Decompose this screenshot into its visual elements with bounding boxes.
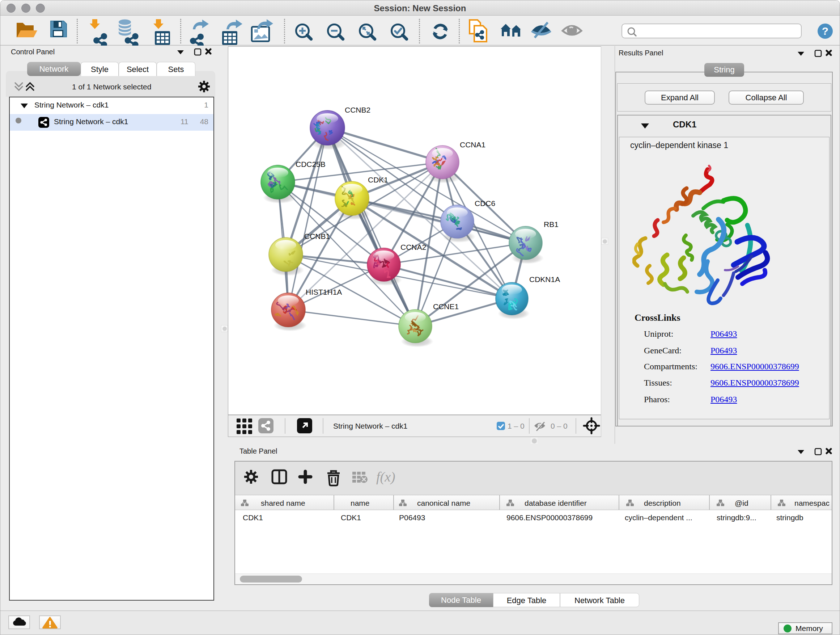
svg-text:CDC25B: CDC25B bbox=[295, 160, 325, 168]
svg-text:CDK1: CDK1 bbox=[368, 176, 388, 184]
svg-text:P06493: P06493 bbox=[399, 513, 425, 522]
svg-text:1 – 0: 1 – 0 bbox=[508, 422, 524, 430]
svg-text:CCNE1: CCNE1 bbox=[433, 302, 459, 310]
svg-text:cyclin–dependent ...: cyclin–dependent ... bbox=[625, 513, 692, 522]
svg-text:String Network – cdk1: String Network – cdk1 bbox=[333, 422, 407, 430]
svg-text:@id: @id bbox=[735, 499, 748, 507]
svg-text:namespac: namespac bbox=[794, 499, 829, 507]
svg-text:CDKN1A: CDKN1A bbox=[529, 275, 560, 283]
svg-text:?: ? bbox=[822, 25, 829, 37]
svg-text:stringdb:9...: stringdb:9... bbox=[717, 513, 756, 522]
svg-text:CCNA2: CCNA2 bbox=[401, 243, 426, 251]
svg-text:database identifier: database identifier bbox=[524, 499, 587, 507]
svg-text:RB1: RB1 bbox=[544, 220, 559, 228]
svg-text:canonical name: canonical name bbox=[417, 499, 470, 507]
svg-text:0 – 0: 0 – 0 bbox=[551, 422, 568, 430]
svg-text:shared name: shared name bbox=[261, 499, 305, 507]
svg-text:CCNA1: CCNA1 bbox=[460, 141, 485, 149]
svg-text:f(x): f(x) bbox=[376, 469, 395, 485]
svg-text:stringdb: stringdb bbox=[776, 513, 804, 522]
svg-text:CDK1: CDK1 bbox=[243, 513, 263, 522]
svg-text:1 of 1 Network selected: 1 of 1 Network selected bbox=[72, 82, 151, 91]
svg-text:CCNB1: CCNB1 bbox=[304, 232, 330, 241]
svg-text:CCNB2: CCNB2 bbox=[345, 106, 370, 114]
svg-text:description: description bbox=[644, 499, 681, 507]
svg-text:name: name bbox=[351, 499, 370, 507]
svg-text:HIST1H1A: HIST1H1A bbox=[306, 288, 342, 296]
svg-text:CDK1: CDK1 bbox=[341, 513, 361, 522]
svg-text:9606.ENSP00000378699: 9606.ENSP00000378699 bbox=[507, 513, 592, 522]
svg-text:CDC6: CDC6 bbox=[475, 199, 495, 207]
